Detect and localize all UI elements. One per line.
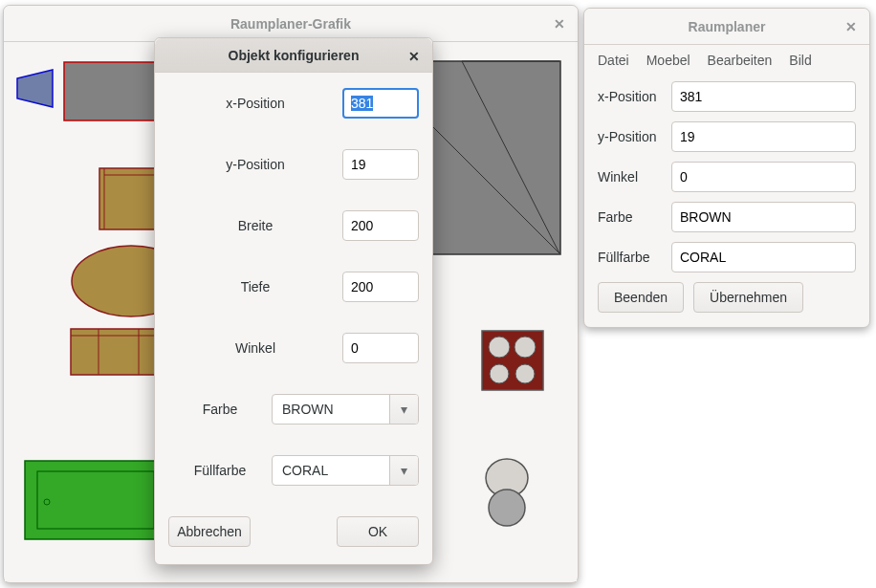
dlg-farbe-value: BROWN [273,402,343,417]
shape-trapezoid[interactable] [12,67,58,110]
dlg-fuell-combo[interactable]: CORAL ▾ [272,455,419,486]
menu-datei[interactable]: Datei [598,53,629,68]
dialog-title: Objekt konfigurieren [229,48,360,63]
planer-y-input[interactable] [671,121,856,152]
shape-cooktop[interactable] [481,330,544,391]
svg-point-17 [515,337,536,358]
dlg-tiefe-label: Tiefe [168,279,342,294]
svg-point-18 [490,364,509,383]
chevron-down-icon: ▾ [389,456,418,485]
planer-winkel-label: Winkel [598,169,671,185]
dlg-fuell-label: Füllfarbe [168,463,272,478]
shape-brown-rect-1[interactable] [99,167,162,230]
grafik-title: Raumplaner-Grafik [230,16,351,32]
planer-x-label: x-Position [598,89,671,104]
configure-object-dialog: Objekt konfigurieren ✕ x-Position y-Posi… [154,37,433,565]
planer-titlebar: Raumplaner ✕ [584,9,869,45]
grafik-close-button[interactable]: ✕ [547,11,572,36]
svg-rect-6 [99,168,161,229]
shape-brown-rect-2[interactable] [70,328,167,376]
dlg-abbrechen-button[interactable]: Abbrechen [168,516,251,547]
planer-fuell-label: Füllfarbe [598,250,671,265]
planer-menubar: Datei Moebel Bearbeiten Bild [584,45,869,76]
dlg-y-label: y-Position [168,157,342,172]
dialog-body: x-Position y-Position Breite Tiefe Winke… [155,73,432,564]
dlg-fuell-value: CORAL [273,463,338,478]
shape-pool-table[interactable] [24,460,167,540]
dlg-x-input[interactable] [342,88,419,119]
dlg-ok-button[interactable]: OK [337,516,419,547]
svg-rect-20 [25,461,166,539]
planer-title: Raumplaner [689,19,766,34]
planer-form: x-Position y-Position Winkel Farbe Füllf… [584,76,869,326]
dialog-close-button[interactable]: ✕ [402,44,427,69]
chevron-down-icon: ▾ [389,395,418,424]
close-icon: ✕ [845,19,857,34]
shape-camera[interactable] [485,458,529,529]
svg-point-16 [489,337,510,358]
planer-uebernehmen-button[interactable]: Übernehmen [693,282,803,313]
close-icon: ✕ [408,49,420,64]
planer-close-button[interactable]: ✕ [839,14,864,39]
menu-moebel[interactable]: Moebel [646,53,690,68]
planer-farbe-label: Farbe [598,209,671,225]
planer-fuell-input[interactable] [671,242,856,272]
dlg-farbe-label: Farbe [168,402,272,417]
menu-bild[interactable]: Bild [789,53,811,68]
planer-winkel-input[interactable] [671,162,856,192]
svg-point-24 [489,490,525,526]
close-icon: ✕ [554,16,565,32]
dlg-winkel-label: Winkel [168,340,342,356]
dialog-titlebar: Objekt konfigurieren ✕ [155,38,432,73]
room-planer-window: Raumplaner ✕ Datei Moebel Bearbeiten Bil… [583,8,870,328]
planer-y-label: y-Position [598,129,671,144]
dlg-x-label: x-Position [168,96,342,111]
menu-bearbeiten[interactable]: Bearbeiten [708,53,773,68]
dlg-breite-label: Breite [168,218,342,233]
svg-marker-0 [17,70,53,107]
svg-rect-1 [64,62,165,120]
shape-rect-selected[interactable] [62,60,167,122]
planer-x-input[interactable] [671,81,856,112]
dlg-breite-input[interactable] [342,210,419,241]
planer-farbe-input[interactable] [671,202,856,232]
planer-beenden-button[interactable]: Beenden [598,282,684,313]
dlg-farbe-combo[interactable]: BROWN ▾ [272,394,419,425]
dlg-winkel-input[interactable] [342,333,419,363]
dlg-tiefe-input[interactable] [342,272,419,302]
svg-point-19 [515,364,535,383]
dlg-y-input[interactable] [342,149,419,180]
